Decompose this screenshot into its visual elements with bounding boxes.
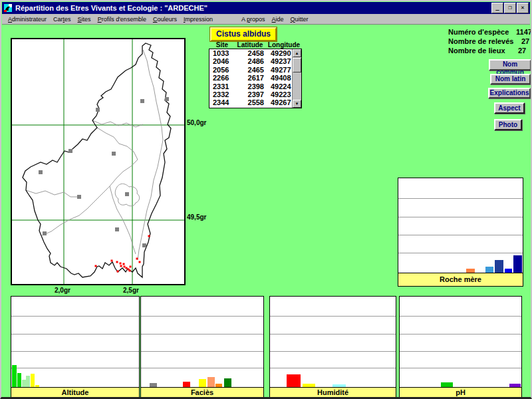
- table-cell: 2332: [209, 90, 235, 98]
- table-row[interactable]: 2056246549277: [209, 66, 301, 74]
- table-cell: 2398: [235, 82, 265, 90]
- gridline: [398, 235, 523, 235]
- menu-item-couleurs[interactable]: Couleurs: [150, 16, 180, 23]
- nom-commun-button[interactable]: Nom commun: [489, 59, 531, 70]
- histogram-bar: [332, 384, 346, 387]
- table-row[interactable]: 2332239749223: [209, 90, 301, 98]
- info-releves-count: Nombre de relevés 27: [448, 37, 532, 45]
- site-marker: [142, 243, 146, 247]
- occurrence-dot: [123, 263, 125, 265]
- site-marker: [39, 170, 43, 174]
- site-marker: [115, 227, 119, 231]
- gridline: [400, 351, 521, 352]
- table-header: Site Latitude Longitude: [209, 41, 301, 49]
- histogram-bar: [26, 376, 30, 387]
- histogram-bar: [35, 385, 39, 387]
- table-cell: 2397: [235, 90, 265, 98]
- menu-item-quitter[interactable]: Quitter: [287, 16, 312, 23]
- histogram-bar: [224, 378, 231, 387]
- occurrence-dot: [139, 261, 141, 263]
- grid-label-50gr: 50,0gr: [187, 119, 206, 126]
- table-row[interactable]: 2344255849267: [209, 98, 301, 106]
- gridline: [141, 368, 263, 368]
- scroll-down-icon[interactable]: ▼: [293, 100, 301, 108]
- chart-label: Faciès: [140, 388, 264, 398]
- table-row[interactable]: 1033245849290: [209, 49, 301, 57]
- gridline: [141, 334, 263, 334]
- ardeche-map: [12, 39, 184, 284]
- info-lieux-count: Nombre de lieux 27: [448, 47, 532, 55]
- menu-item-administrateur[interactable]: Administrateur: [5, 16, 50, 23]
- menu-item-profils-d-ensemble[interactable]: Profils d'ensemble: [94, 16, 150, 23]
- chart-plot: [140, 296, 264, 388]
- histogram-bar: [12, 365, 17, 387]
- menu-item-impression[interactable]: Impression: [180, 16, 216, 23]
- menu-item-cartes[interactable]: Cartes: [50, 16, 74, 23]
- chart-plot: [269, 296, 396, 388]
- scrollbar-thumb[interactable]: [293, 58, 301, 72]
- map-inner-boundaries: [26, 50, 163, 260]
- table-cell: 2344: [209, 98, 235, 106]
- gridline: [400, 334, 521, 334]
- gridline: [11, 368, 139, 368]
- aspect-button[interactable]: Aspect: [494, 102, 525, 114]
- occurrence-dot: [148, 235, 150, 237]
- occurrence-dot: [111, 260, 113, 262]
- table-row[interactable]: 2331239849224: [209, 82, 301, 90]
- menu-group-left: AdministrateurCartesSitesProfils d'ensem…: [5, 16, 216, 23]
- explications-button[interactable]: Explications: [488, 88, 531, 98]
- table-cell: 2266: [209, 74, 235, 82]
- menu-item-a-propos[interactable]: A propos: [238, 16, 269, 23]
- table-row[interactable]: 2266261749408: [209, 74, 301, 82]
- histogram-bar: [150, 383, 157, 387]
- sites-table[interactable]: 1033245849290204624864923720562465492772…: [209, 49, 302, 108]
- title-bar: Répartition des Etres Vivants et Ecologi…: [2, 2, 530, 14]
- gridline: [11, 351, 139, 352]
- chart-label: Humidité: [269, 388, 396, 398]
- occurrence-dot: [120, 263, 122, 265]
- table-cell: 1033: [209, 49, 235, 57]
- table-cell: 2458: [235, 49, 265, 57]
- map-panel[interactable]: [11, 38, 186, 285]
- table-row[interactable]: 2046248649237: [209, 57, 301, 65]
- table-cell: 2056: [209, 66, 235, 74]
- table-cell: 2046: [209, 57, 235, 65]
- chart-altitude: Altitude: [11, 296, 140, 398]
- gridline: [398, 217, 523, 217]
- site-marker: [112, 152, 116, 156]
- menu-item-aide[interactable]: Aide: [269, 16, 287, 23]
- occurrence-dot: [95, 265, 97, 267]
- occurrence-dot: [124, 266, 126, 268]
- maximize-button[interactable]: ❐: [504, 3, 516, 13]
- histogram-bar: [505, 269, 512, 273]
- col-header-latitude: Latitude: [235, 41, 265, 49]
- histogram-bar: [31, 374, 35, 387]
- occurrence-dot: [120, 265, 122, 267]
- table-scrollbar[interactable]: ▲ ▼: [292, 49, 301, 108]
- chart-ph: pH: [399, 296, 522, 398]
- site-marker: [77, 195, 81, 199]
- occurrence-dot: [129, 270, 131, 272]
- histogram-bar: [183, 382, 190, 387]
- grid-label-2-0gr: 2,0gr: [55, 287, 70, 294]
- close-button[interactable]: ✕: [517, 3, 529, 13]
- info-label: Nombre de relevés: [448, 37, 532, 45]
- site-marker: [125, 192, 129, 196]
- histogram-bar: [199, 379, 206, 387]
- info-species-number: Numéro d'espèce 1147: [448, 28, 532, 36]
- histogram-bar: [441, 382, 453, 387]
- gridline: [141, 351, 263, 352]
- occurrence-dot: [126, 267, 128, 269]
- minimize-button[interactable]: _: [491, 3, 503, 13]
- gridline: [400, 316, 521, 317]
- info-value: 27: [518, 47, 526, 55]
- nom-latin-button[interactable]: Nom latin: [490, 74, 531, 84]
- site-marker: [68, 149, 72, 153]
- table-body: 1033245849290204624864923720562465492772…: [209, 49, 301, 107]
- menu-item-sites[interactable]: Sites: [74, 16, 94, 23]
- scroll-up-icon[interactable]: ▲: [293, 49, 301, 57]
- table-cell: 2465: [235, 66, 265, 74]
- photo-button[interactable]: Photo: [494, 119, 522, 130]
- gridline: [141, 316, 263, 317]
- gridline: [398, 198, 523, 199]
